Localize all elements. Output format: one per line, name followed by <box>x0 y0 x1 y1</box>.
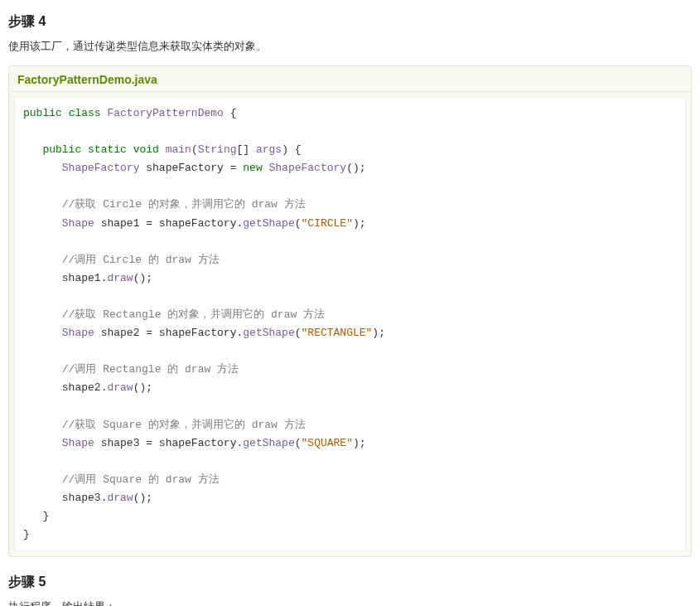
fn-getshape: getShape <box>243 217 294 230</box>
type-shape: Shape <box>62 217 94 230</box>
comment-call-rect: //调用 Rectangle 的 draw 方法 <box>62 363 239 376</box>
type-shapefactory: ShapeFactory <box>62 162 140 174</box>
kw-class: class <box>69 107 101 119</box>
type-demo: FactoryPatternDemo <box>107 107 223 119</box>
step4-description: 使用该工厂，通过传递类型信息来获取实体类的对象。 <box>8 39 692 54</box>
step5-heading: 步骤 5 <box>8 574 692 591</box>
var-shape1: shape1 <box>62 272 101 284</box>
var-shape2: shape2 <box>101 327 140 339</box>
kw-public: public <box>42 143 81 156</box>
var-shape2: shape2 <box>62 381 101 394</box>
type-shape: Shape <box>62 437 94 449</box>
var-shape1: shape1 <box>101 217 140 230</box>
comment-get-square: //获取 Square 的对象，并调用它的 draw 方法 <box>62 419 306 431</box>
type-shapefactory: ShapeFactory <box>269 162 347 174</box>
kw-static: static <box>88 143 127 156</box>
kw-void: void <box>133 143 159 156</box>
code-filename: FactoryPatternDemo.java <box>9 66 691 92</box>
str-circle: "CIRCLE" <box>302 217 353 230</box>
step4-heading: 步骤 4 <box>8 13 692 31</box>
var-shape3: shape3 <box>62 492 101 504</box>
comment-call-square: //调用 Square 的 draw 方法 <box>62 473 220 486</box>
fn-getshape: getShape <box>243 327 294 339</box>
fn-draw: draw <box>107 492 133 504</box>
comment-get-rect: //获取 Rectangle 的对象，并调用它的 draw 方法 <box>62 308 325 321</box>
kw-new: new <box>243 162 262 174</box>
step5-description: 执行程序，输出结果： <box>8 599 692 606</box>
comment-get-circle: //获取 Circle 的对象，并调用它的 draw 方法 <box>62 198 306 211</box>
fn-main: main <box>166 143 191 156</box>
kw-public: public <box>23 107 62 119</box>
arg-args: args <box>256 143 282 156</box>
code-block: public class FactoryPatternDemo { public… <box>14 97 686 551</box>
fn-getshape: getShape <box>243 437 294 449</box>
comment-call-circle: //调用 Circle 的 draw 方法 <box>62 254 220 266</box>
fn-draw: draw <box>107 272 133 284</box>
str-rectangle: "RECTANGLE" <box>302 327 373 339</box>
var-shapefactory: shapeFactory <box>159 217 237 230</box>
var-shapefactory: shapeFactory <box>159 437 237 449</box>
str-square: "SQUARE" <box>302 437 353 449</box>
var-shapefactory: shapeFactory <box>146 162 224 174</box>
var-shapefactory: shapeFactory <box>159 327 237 339</box>
var-shape3: shape3 <box>101 437 140 449</box>
type-shape: Shape <box>62 327 94 339</box>
fn-draw: draw <box>107 381 133 394</box>
code-example-box: FactoryPatternDemo.java public class Fac… <box>8 65 692 557</box>
type-string: String <box>198 143 237 156</box>
